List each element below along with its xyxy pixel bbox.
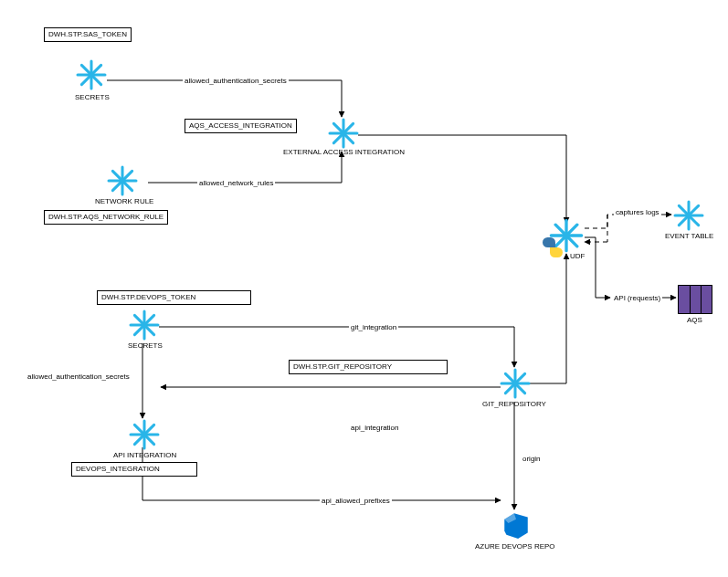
edge-label-origin: origin	[521, 455, 543, 464]
svg-point-34	[512, 381, 519, 387]
azure-devops-repo-caption: AZURE DEVOPS REPO	[475, 542, 555, 551]
devops-token-label: DWH.STP.DEVOPS_TOKEN	[101, 293, 195, 301]
aqs-icon	[678, 285, 712, 314]
external-access-caption: EXTERNAL ACCESS INTEGRATION	[283, 148, 405, 157]
event-table-icon	[672, 199, 705, 232]
api-integration-icon	[128, 418, 161, 451]
devops-integration-label: DEVOPS_INTEGRATION	[76, 465, 160, 473]
devops-integration-box: DEVOPS_INTEGRATION	[71, 462, 197, 477]
event-table-caption: EVENT TABLE	[665, 232, 713, 241]
git-repo-icon	[499, 367, 532, 400]
external-access-icon	[327, 117, 360, 150]
edge-label-api-allowed-prefixes: api_allowed_prefixes	[320, 497, 392, 506]
svg-point-19	[563, 232, 569, 238]
aqs-network-rule-label: DWH.STP.AQS_NETWORK_RULE	[48, 213, 164, 221]
aqs-caption: AQS	[687, 316, 702, 325]
edge-secrets-to-extaccess	[107, 80, 342, 117]
edge-label-auth-secrets2: allowed_authentication_secrets	[26, 372, 132, 382]
edge-label-network-rules: allowed_network_rules	[197, 179, 275, 188]
svg-point-4	[89, 72, 95, 79]
svg-point-14	[120, 178, 126, 184]
git-repo-box: DWH.STP.GIT_REPOSITORY	[289, 360, 448, 374]
secrets2-icon	[128, 309, 161, 341]
network-rule-icon	[106, 164, 139, 197]
git-repo-label: DWH.STP.GIT_REPOSITORY	[293, 362, 392, 371]
edge-label-api-integration: api_integration	[349, 424, 400, 433]
api-integration-caption: API INTEGRATION	[113, 451, 176, 460]
svg-point-24	[686, 213, 692, 219]
network-rule-caption: NETWORK RULE	[95, 197, 153, 206]
udf-caption: UDF	[570, 252, 585, 261]
svg-point-39	[142, 432, 148, 438]
devops-token-box: DWH.STP.DEVOPS_TOKEN	[97, 290, 251, 305]
secrets1-caption: SECRETS	[75, 93, 110, 102]
secrets2-caption: SECRETS	[128, 341, 163, 351]
secrets1-icon	[75, 58, 108, 91]
sas-token-box: DWH.STP.SAS_TOKEN	[44, 27, 132, 42]
edge-gitrepo-to-udf	[530, 254, 566, 383]
azure-devops-repo-icon	[501, 509, 532, 542]
edge-label-git-integration: git_integration	[349, 323, 398, 332]
edge-label-auth-secrets1: allowed_authentication_secrets	[183, 77, 289, 86]
connector-layer	[0, 0, 728, 577]
aqs-access-integration-box: AQS_ACCESS_INTEGRATION	[185, 119, 297, 133]
git-repo-caption: GIT_REPOSITORY	[482, 400, 546, 409]
aqs-network-rule-box: DWH.STP.AQS_NETWORK_RULE	[44, 210, 168, 225]
python-icon	[543, 237, 563, 257]
edge-udf-to-aqs-1	[585, 237, 610, 298]
sas-token-label: DWH.STP.SAS_TOKEN	[48, 30, 127, 38]
edge-label-captures-logs: captures logs	[614, 208, 661, 217]
svg-point-29	[142, 322, 148, 329]
svg-point-9	[341, 131, 347, 137]
edge-label-api-requests: API (requests)	[612, 294, 662, 303]
aqs-access-integration-label: AQS_ACCESS_INTEGRATION	[189, 121, 292, 130]
